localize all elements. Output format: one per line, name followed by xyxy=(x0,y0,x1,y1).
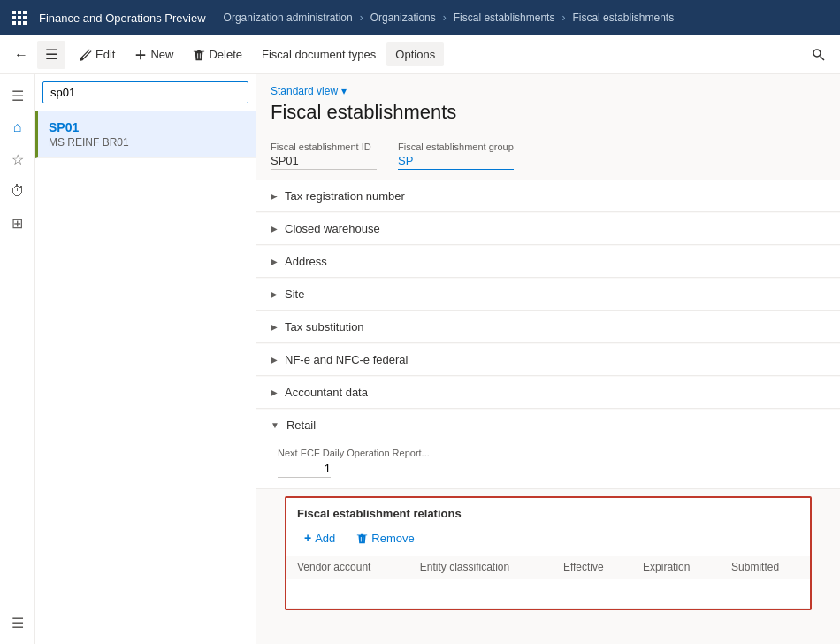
search-button[interactable] xyxy=(805,41,833,69)
home-side-icon[interactable]: ⌂ xyxy=(4,113,32,142)
svg-point-9 xyxy=(813,50,821,57)
chevron-icon: ▶ xyxy=(271,224,278,234)
breadcrumb-fiscal-estab2[interactable]: Fiscal establishments xyxy=(572,12,674,24)
toolbar: ← ☰ Edit New Delete Fiscal document type… xyxy=(0,35,840,74)
retail-field-input[interactable] xyxy=(278,460,331,478)
section-closed-warehouse-header[interactable]: ▶ Closed warehouse xyxy=(256,213,840,244)
chevron-down-icon: ▾ xyxy=(341,85,347,97)
svg-rect-8 xyxy=(23,21,27,25)
fiscal-id-value: SP01 xyxy=(271,154,377,170)
delete-icon xyxy=(356,533,368,544)
col-effective: Effective xyxy=(553,556,632,579)
section-retail: ▼ Retail Next ECF Daily Operation Report… xyxy=(256,410,840,489)
fiscal-id-label: Fiscal establishment ID xyxy=(271,142,377,152)
fiscal-establishment-id-group: Fiscal establishment ID SP01 xyxy=(271,142,377,170)
main-layout: ☰ ⌂ ☆ ⏱ ⊞ ☰ SP01 MS REINF BR01 Standard … xyxy=(0,74,840,644)
side-icons: ☰ ⌂ ☆ ⏱ ⊞ ☰ xyxy=(0,74,35,644)
fiscal-establishment-group-group: Fiscal establishment group SP xyxy=(398,142,514,170)
options-button[interactable]: Options xyxy=(386,42,444,66)
breadcrumb-fiscal-estab1[interactable]: Fiscal establishments xyxy=(454,12,555,24)
fields-row: Fiscal establishment ID SP01 Fiscal esta… xyxy=(256,142,840,180)
svg-rect-3 xyxy=(12,16,16,19)
svg-line-10 xyxy=(821,56,825,60)
fiscal-relations-section: Fiscal establishment relations + Add Rem… xyxy=(285,496,812,610)
fiscal-group-value: SP xyxy=(398,154,514,170)
list-item-id: SP01 xyxy=(49,120,245,134)
retail-field: Next ECF Daily Operation Report... xyxy=(278,448,826,478)
back-button[interactable]: ← xyxy=(7,41,35,69)
vendor-account-input[interactable] xyxy=(297,585,368,602)
section-tax-substitution-header[interactable]: ▶ Tax substitution xyxy=(256,311,840,342)
retail-field-label: Next ECF Daily Operation Report... xyxy=(278,448,826,458)
menu-side-icon[interactable]: ☰ xyxy=(4,81,32,110)
add-relation-button[interactable]: + Add xyxy=(297,527,342,548)
plus-icon: + xyxy=(304,531,311,545)
table-row xyxy=(286,579,810,609)
section-tax-registration: ▶ Tax registration number xyxy=(256,180,840,212)
section-tax-registration-header[interactable]: ▶ Tax registration number xyxy=(256,180,840,211)
fiscal-relations-table: Vendor account Entity classification Eff… xyxy=(286,556,810,609)
section-accountant-header[interactable]: ▶ Accountant data xyxy=(256,377,840,408)
col-expiration: Expiration xyxy=(632,556,721,579)
new-button[interactable]: New xyxy=(126,42,182,66)
list-panel: SP01 MS REINF BR01 xyxy=(35,74,256,644)
star-side-icon[interactable]: ☆ xyxy=(4,145,32,173)
section-accountant: ▶ Accountant data xyxy=(256,377,840,409)
fiscal-relations-toolbar: + Add Remove xyxy=(286,524,810,556)
list-item[interactable]: SP01 MS REINF BR01 xyxy=(35,111,256,158)
col-entity-classification: Entity classification xyxy=(409,556,553,579)
hamburger-button[interactable]: ☰ xyxy=(37,41,65,69)
chevron-icon: ▶ xyxy=(271,322,278,332)
delete-button[interactable]: Delete xyxy=(184,42,251,66)
list-search-input[interactable] xyxy=(42,81,248,104)
section-site: ▶ Site xyxy=(256,279,840,310)
detail-panel: Standard view ▾ Fiscal establishments Fi… xyxy=(256,74,840,644)
chevron-icon: ▶ xyxy=(271,289,278,299)
svg-rect-4 xyxy=(18,16,21,19)
svg-rect-0 xyxy=(12,11,16,14)
fiscal-relations-wrapper: Fiscal establishment relations + Add Rem… xyxy=(271,496,826,610)
list-side-icon[interactable]: ☰ xyxy=(4,609,32,637)
fiscal-group-label: Fiscal establishment group xyxy=(398,142,514,152)
section-tax-substitution: ▶ Tax substitution xyxy=(256,311,840,343)
svg-rect-1 xyxy=(18,11,21,14)
section-site-header[interactable]: ▶ Site xyxy=(256,279,840,310)
list-search xyxy=(35,74,256,111)
chevron-icon: ▶ xyxy=(271,387,278,397)
svg-rect-5 xyxy=(23,16,27,19)
page-title: Fiscal establishments xyxy=(271,101,826,124)
remove-relation-button[interactable]: Remove xyxy=(349,528,421,548)
edit-button[interactable]: Edit xyxy=(71,42,124,66)
section-address-header[interactable]: ▶ Address xyxy=(256,246,840,277)
detail-header: Standard view ▾ Fiscal establishments xyxy=(256,74,840,142)
breadcrumb: Organization administration › Organizati… xyxy=(220,12,678,24)
col-vendor-account: Vendor account xyxy=(286,556,409,579)
chevron-icon: ▶ xyxy=(271,355,278,364)
fiscal-doc-types-button[interactable]: Fiscal document types xyxy=(253,42,385,66)
retail-content: Next ECF Daily Operation Report... xyxy=(256,441,840,488)
svg-rect-2 xyxy=(23,11,27,14)
chevron-icon: ▶ xyxy=(271,257,278,266)
svg-rect-7 xyxy=(18,21,21,25)
app-title: Finance and Operations Preview xyxy=(39,12,206,25)
section-closed-warehouse: ▶ Closed warehouse xyxy=(256,213,840,245)
section-retail-header[interactable]: ▼ Retail xyxy=(256,410,840,441)
svg-rect-6 xyxy=(12,21,16,25)
workspaces-side-icon[interactable]: ⊞ xyxy=(4,209,32,237)
list-item-subtitle: MS REINF BR01 xyxy=(49,136,245,149)
section-nfe-header[interactable]: ▶ NF-e and NFC-e federal xyxy=(256,344,840,375)
section-nfe: ▶ NF-e and NFC-e federal xyxy=(256,344,840,376)
breadcrumb-org-admin[interactable]: Organization administration xyxy=(224,12,353,24)
breadcrumb-orgs[interactable]: Organizations xyxy=(370,12,436,24)
history-side-icon[interactable]: ⏱ xyxy=(4,177,32,205)
col-submitted: Submitted xyxy=(721,556,810,579)
chevron-icon: ▶ xyxy=(271,191,278,201)
app-grid-icon[interactable] xyxy=(7,5,32,30)
fiscal-relations-title: Fiscal establishment relations xyxy=(286,498,810,524)
standard-view[interactable]: Standard view ▾ xyxy=(271,85,826,97)
chevron-icon: ▼ xyxy=(271,420,279,430)
section-address: ▶ Address xyxy=(256,246,840,278)
top-nav: Finance and Operations Preview Organizat… xyxy=(0,0,840,35)
